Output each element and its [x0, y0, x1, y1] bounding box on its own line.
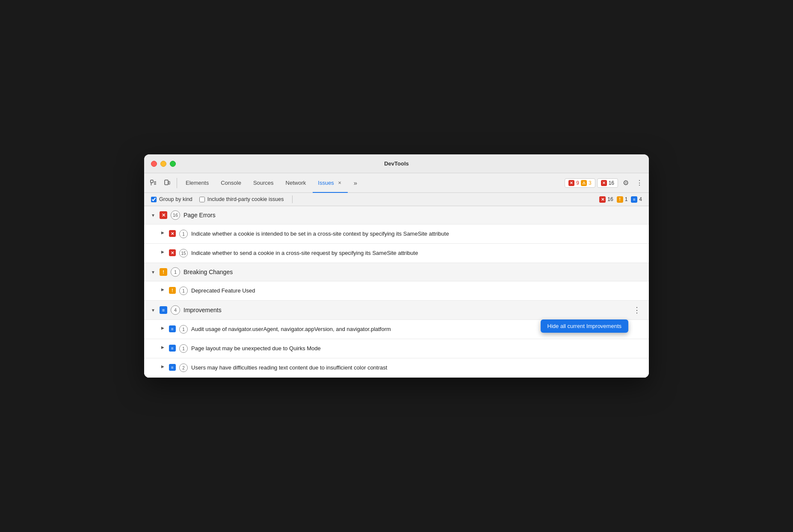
svg-rect-0 — [151, 180, 153, 183]
issue-icon-blue-3: ≡ — [169, 364, 176, 371]
settings-button[interactable]: ⚙ — [620, 177, 632, 189]
tab-issues[interactable]: Issues ✕ — [313, 173, 348, 193]
issue-icon-red-1: ✕ — [169, 230, 176, 237]
more-tabs-button[interactable]: » — [349, 177, 361, 189]
minimize-button[interactable] — [160, 161, 166, 167]
svg-rect-1 — [165, 180, 168, 185]
devtools-window: DevTools Elements Console Sources Networ… — [144, 154, 649, 378]
issue-samesite-1[interactable]: ▶ ✕ 1 Indicate whether a cookie is inten… — [144, 225, 649, 244]
error-icon: ✕ — [568, 180, 574, 186]
toolbar-right: ✕ 9 ⚠ 3 ✕ 16 ⚙ ⋮ — [565, 177, 645, 189]
toolbar: Elements Console Sources Network Issues … — [144, 173, 649, 193]
page-errors-count: 16 — [171, 210, 180, 220]
issues-error-icon: ✕ — [601, 180, 607, 186]
breaking-changes-icon: ! — [160, 268, 167, 276]
tab-elements[interactable]: Elements — [180, 173, 214, 193]
issue-count-1: 1 — [179, 230, 188, 238]
filter-error-badge: ✕ 16 — [599, 196, 613, 203]
issues-badge[interactable]: ✕ 16 — [597, 178, 618, 188]
issue-color-contrast[interactable]: ▶ ≡ 2 Users may have difficulties readin… — [144, 358, 649, 378]
issue-icon-blue-1: ≡ — [169, 325, 176, 332]
options-separator — [292, 195, 293, 203]
device-toggle-button[interactable] — [161, 177, 173, 189]
issue-samesite-2[interactable]: ▶ ✕ 15 Indicate whether to send a cookie… — [144, 244, 649, 263]
issue-deprecated[interactable]: ▶ ! 1 Deprecated Feature Used — [144, 281, 649, 301]
improvements-title: Improvements — [183, 307, 222, 313]
breaking-changes-count: 1 — [171, 267, 180, 277]
page-errors-chevron: ▼ — [151, 213, 156, 218]
window-title: DevTools — [384, 160, 409, 167]
options-bar: Group by kind Include third-party cookie… — [144, 193, 649, 206]
include-third-party-label[interactable]: Include third-party cookie issues — [199, 196, 284, 202]
titlebar: DevTools — [144, 154, 649, 173]
issue-count-3: 1 — [179, 287, 188, 295]
improvements-chevron: ▼ — [151, 308, 156, 313]
page-errors-icon: ✕ — [160, 211, 167, 219]
svg-rect-2 — [169, 181, 170, 184]
filter-warn-count: 1 — [625, 196, 628, 202]
issue-chevron-4: ▶ — [161, 326, 166, 330]
group-by-kind-checkbox[interactable] — [151, 197, 157, 202]
hide-improvements-menu[interactable]: Hide all current Improvements — [541, 319, 628, 333]
issue-text-4: Audit usage of navigator.userAgent, navi… — [191, 325, 391, 334]
traffic-lights — [151, 161, 176, 167]
issue-chevron-2: ▶ — [161, 250, 166, 254]
warn-count: 3 — [589, 180, 592, 186]
filter-error-count: 16 — [607, 196, 613, 202]
issue-count-6: 2 — [179, 364, 188, 372]
category-page-errors[interactable]: ▼ ✕ 16 Page Errors — [144, 206, 649, 225]
issue-chevron-5: ▶ — [161, 345, 166, 349]
issue-text-5: Page layout may be unexpected due to Qui… — [191, 344, 321, 353]
issue-count-4: 1 — [179, 325, 188, 334]
issues-count: 16 — [609, 180, 614, 186]
more-dots-icon: ⋮ — [633, 305, 641, 315]
issue-icon-red-2: ✕ — [169, 249, 176, 256]
improvements-count: 4 — [171, 305, 180, 315]
category-breaking-changes[interactable]: ▼ ! 1 Breaking Changes — [144, 263, 649, 281]
error-count: 9 — [576, 180, 579, 186]
issue-text-6: Users may have difficulties reading text… — [191, 364, 387, 372]
issue-count-5: 1 — [179, 344, 188, 353]
issue-icon-orange-1: ! — [169, 287, 176, 294]
filter-error-icon: ✕ — [599, 196, 606, 203]
filter-info-count: 4 — [639, 196, 642, 202]
close-button[interactable] — [151, 161, 157, 167]
issue-count-2: 15 — [179, 249, 188, 257]
improvements-more-button[interactable]: ⋮ — [632, 305, 642, 315]
tab-network[interactable]: Network — [281, 173, 311, 193]
maximize-button[interactable] — [170, 161, 176, 167]
warn-icon: ⚠ — [581, 180, 587, 186]
group-by-kind-label[interactable]: Group by kind — [151, 196, 192, 202]
breaking-changes-chevron: ▼ — [151, 270, 156, 275]
issue-chevron-6: ▶ — [161, 364, 166, 369]
issue-icon-blue-2: ≡ — [169, 345, 176, 352]
filter-badges: ✕ 16 ! 1 ≡ 4 — [599, 196, 642, 203]
error-warn-badge[interactable]: ✕ 9 ⚠ 3 — [565, 178, 595, 188]
include-third-party-checkbox[interactable] — [199, 197, 205, 202]
issue-chevron-3: ▶ — [161, 287, 166, 292]
page-errors-title: Page Errors — [183, 212, 216, 219]
tab-sources[interactable]: Sources — [248, 173, 279, 193]
filter-info-badge: ≡ 4 — [631, 196, 642, 203]
filter-warn-icon: ! — [617, 196, 623, 203]
issue-quirks-mode[interactable]: ▶ ≡ 1 Page layout may be unexpected due … — [144, 339, 649, 358]
issue-text-3: Deprecated Feature Used — [191, 287, 255, 295]
tab-console[interactable]: Console — [216, 173, 246, 193]
breaking-changes-title: Breaking Changes — [183, 269, 233, 275]
filter-info-icon: ≡ — [631, 196, 637, 203]
issues-content: ▼ ✕ 16 Page Errors ▶ ✕ 1 Indicate whethe… — [144, 206, 649, 378]
issue-text-2: Indicate whether to send a cookie in a c… — [191, 249, 418, 257]
issue-chevron-1: ▶ — [161, 231, 166, 235]
toolbar-separator — [177, 178, 177, 188]
filter-warn-badge: ! 1 — [617, 196, 628, 203]
improvements-icon: ≡ — [160, 306, 167, 314]
category-improvements[interactable]: ▼ ≡ 4 Improvements ⋮ Hide all current Im… — [144, 301, 649, 320]
more-options-button[interactable]: ⋮ — [633, 177, 645, 189]
issue-text-1: Indicate whether a cookie is intended to… — [191, 230, 449, 238]
inspect-element-button[interactable] — [148, 177, 160, 189]
tab-close-issues[interactable]: ✕ — [337, 180, 343, 186]
